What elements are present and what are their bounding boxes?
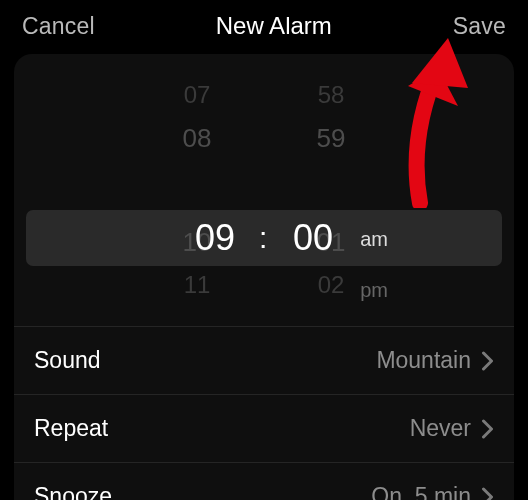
row-snooze[interactable]: Snooze On, 5 min (14, 462, 514, 500)
chevron-right-icon (481, 487, 494, 501)
row-snooze-value: On, 5 min (371, 483, 471, 500)
cancel-button[interactable]: Cancel (22, 13, 95, 40)
alarm-card: 07 08 10 11 58 59 01 02 09 : 00 am pm (14, 54, 514, 500)
chevron-right-icon (481, 351, 494, 371)
ampm-am: am (360, 228, 388, 251)
row-sound-value: Mountain (376, 347, 471, 374)
hour-wheel[interactable]: 07 08 10 11 (171, 58, 223, 304)
minute-minus1: 59 (305, 114, 357, 162)
ampm-pm: pm (360, 279, 388, 302)
settings-rows: Sound Mountain Repeat Never Snooze On, 5… (14, 326, 514, 500)
row-repeat[interactable]: Repeat Never (14, 394, 514, 462)
row-sound-label: Sound (34, 347, 101, 374)
save-button[interactable]: Save (453, 13, 506, 40)
minute-wheel[interactable]: 58 59 01 02 (305, 58, 357, 304)
row-repeat-label: Repeat (34, 415, 108, 442)
hour-minus1: 08 (171, 114, 223, 162)
minute-plus2: 02 (305, 266, 357, 304)
minute-minus2: 58 (305, 76, 357, 114)
picker-selection-band (26, 210, 502, 266)
chevron-right-icon (481, 419, 494, 439)
hour-minus2: 07 (171, 76, 223, 114)
row-sound[interactable]: Sound Mountain (14, 326, 514, 394)
row-repeat-value: Never (410, 415, 471, 442)
time-picker[interactable]: 07 08 10 11 58 59 01 02 09 : 00 am pm (14, 58, 514, 326)
page-title: New Alarm (216, 12, 332, 40)
header-bar: Cancel New Alarm Save (0, 0, 528, 54)
ampm-wheel[interactable]: am pm (360, 228, 388, 302)
row-snooze-label: Snooze (34, 483, 112, 500)
hour-plus2: 11 (171, 266, 223, 304)
